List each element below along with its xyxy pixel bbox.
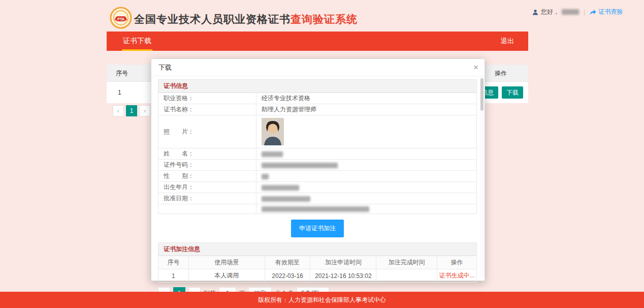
page-title-main: 全国专业技术人员职业资格证书 xyxy=(134,13,291,25)
apply-annotation-button[interactable]: 申请证书加注 xyxy=(291,220,344,237)
field-label: 出生年月： xyxy=(158,182,256,193)
photo-cell xyxy=(256,115,477,148)
ann-index: 1 xyxy=(158,269,189,283)
ann-col-apply-time: 加注申请时间 xyxy=(310,256,376,269)
field-label: 职业资格： xyxy=(158,93,256,104)
field-value-redacted xyxy=(256,160,477,171)
download-button[interactable]: 下载 xyxy=(502,86,523,99)
field-value-redacted xyxy=(256,193,477,204)
field-label: 证件号码： xyxy=(158,160,256,171)
redacted-value xyxy=(262,185,299,191)
field-row-birth-date: 出生年月： xyxy=(158,182,477,193)
redacted-value xyxy=(262,196,310,202)
cert-info-table: 职业资格： 经济专业技术资格 证书名称： 助理人力资源管理师 照 片： xyxy=(158,93,477,214)
annotation-table: 序号 使用场景 有效期至 加注申请时间 加注完成时间 操作 1 本人调用 202… xyxy=(158,256,477,283)
site-logo-icon: PTA xyxy=(110,7,132,29)
dialog-scrollbar[interactable] xyxy=(480,77,484,278)
share-arrow-icon xyxy=(590,9,596,15)
ann-col-complete-time: 加注完成时间 xyxy=(376,256,437,269)
redacted-value xyxy=(262,151,283,157)
dialog-title: 下载 xyxy=(158,64,172,71)
cert-list-pager: ‹ 1 › xyxy=(113,105,150,116)
field-value-redacted xyxy=(256,182,477,193)
field-label: 性 别： xyxy=(158,171,256,182)
section-annotation-info: 证书加注信息 xyxy=(158,242,477,256)
pager-next-button[interactable]: › xyxy=(139,105,150,116)
page-title-accent: 查询验证系统 xyxy=(291,13,358,25)
redacted-value xyxy=(262,206,369,212)
svg-text:PTA: PTA xyxy=(117,17,124,21)
ann-col-index: 序号 xyxy=(158,256,189,269)
field-label xyxy=(158,204,256,214)
col-index: 序号 xyxy=(116,65,128,82)
greeting-text: 您好， xyxy=(541,8,559,16)
dialog-titlebar: 下载 × xyxy=(151,59,485,76)
cert-verify-link[interactable]: 证书查验 xyxy=(590,8,623,16)
ann-complete-time xyxy=(376,269,437,283)
row-index: 1 xyxy=(118,82,121,103)
redacted-value xyxy=(262,163,338,168)
field-row-id-number: 证件号码： xyxy=(158,160,477,171)
field-value: 助理人力资源管理师 xyxy=(256,104,477,115)
user-icon xyxy=(532,9,538,15)
field-row-photo: 照 片： xyxy=(158,115,477,148)
divider: | xyxy=(584,9,585,16)
field-row-name: 姓 名： xyxy=(158,148,477,160)
field-label: 照 片： xyxy=(158,115,256,148)
col-action: 操作 xyxy=(495,65,507,82)
tab-cert-download[interactable]: 证书下载 xyxy=(122,32,152,51)
field-row-occupation: 职业资格： 经济专业技术资格 xyxy=(158,93,477,104)
field-row-approval-date: 批准日期： xyxy=(158,193,477,204)
field-row-gender: 性 别： xyxy=(158,171,477,182)
main-nav: 证书下载 退出 xyxy=(107,32,528,51)
cert-verify-label: 证书查验 xyxy=(598,8,623,16)
field-value-redacted xyxy=(256,148,477,160)
field-row-extra xyxy=(158,204,477,214)
field-value-redacted xyxy=(256,171,477,182)
footer-copyright: 版权所有：人力资源和社会保障部人事考试中心 xyxy=(0,292,644,308)
download-dialog: 下载 × 证书信息 职业资格： 经济专业技术资格 证书名称： 助理人力资源管理师… xyxy=(151,58,485,281)
ann-valid-until: 2022-03-16 xyxy=(265,269,310,283)
page: PTA 全国专业技术人员职业资格证书查询验证系统 您好， | 证书查验 证书下载… xyxy=(0,0,644,308)
field-row-cert-name: 证书名称： 助理人力资源管理师 xyxy=(158,104,477,115)
dialog-body: 证书信息 职业资格： 经济专业技术资格 证书名称： 助理人力资源管理师 照 片： xyxy=(158,79,477,299)
page-title: 全国专业技术人员职业资格证书查询验证系统 xyxy=(134,12,358,26)
pager-page-1[interactable]: 1 xyxy=(126,105,137,116)
field-value-redacted xyxy=(256,204,477,214)
ann-col-valid-until: 有效期至 xyxy=(265,256,310,269)
annotation-data-row: 1 本人调用 2022-03-16 2021-12-16 10:53:02 证书… xyxy=(158,269,477,283)
cert-generating-link[interactable]: 证书生成中... xyxy=(437,269,477,283)
ann-apply-time: 2021-12-16 10:53:02 xyxy=(310,269,376,283)
field-label: 姓 名： xyxy=(158,148,256,160)
ann-col-scene: 使用场景 xyxy=(188,256,265,269)
username-redacted xyxy=(562,9,579,15)
field-label: 批准日期： xyxy=(158,193,256,204)
pager-prev-button[interactable]: ‹ xyxy=(113,105,124,116)
section-cert-info: 证书信息 xyxy=(158,79,477,93)
redacted-value xyxy=(262,174,269,179)
field-label: 证书名称： xyxy=(158,104,256,115)
ann-scene: 本人调用 xyxy=(188,269,265,283)
field-value: 经济专业技术资格 xyxy=(256,93,477,104)
annotation-header-row: 序号 使用场景 有效期至 加注申请时间 加注完成时间 操作 xyxy=(158,256,477,269)
portrait-photo xyxy=(262,118,284,145)
user-bar: 您好， | 证书查验 xyxy=(532,8,623,16)
ann-col-action: 操作 xyxy=(437,256,477,269)
scrollbar-thumb[interactable] xyxy=(480,78,484,111)
close-icon[interactable]: × xyxy=(473,59,478,76)
logout-button[interactable]: 退出 xyxy=(501,32,514,51)
